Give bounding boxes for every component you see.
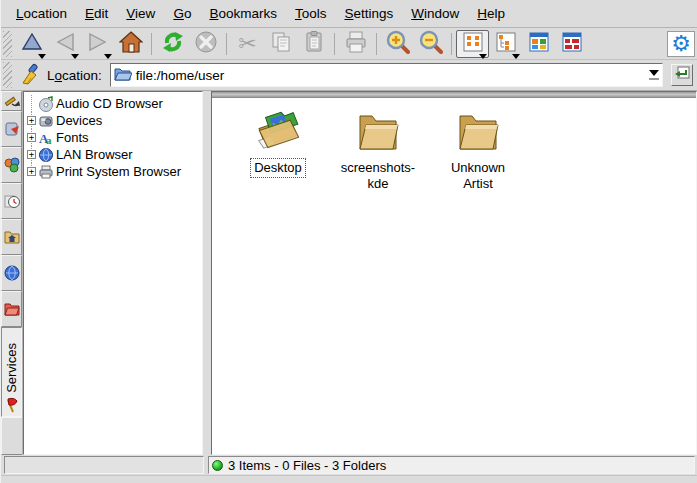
location-toolbar-drag-handle[interactable]	[3, 62, 12, 88]
file-label-screenshots-kde[interactable]: screenshots-kde	[335, 158, 421, 195]
zoom-in-button[interactable]	[381, 30, 414, 58]
toolbar-separator	[451, 33, 452, 55]
location-combobox[interactable]: file:/home/user	[110, 63, 663, 87]
sidebar-tab-network[interactable]	[1, 255, 22, 291]
tree-item-fonts[interactable]: + A a Fonts	[26, 129, 202, 146]
tree-item-print-system-browser[interactable]: + Print System Browser	[26, 163, 202, 180]
view-status-segment: 3 Items - 0 Files - 3 Folders	[208, 456, 695, 474]
status-text: 3 Items - 0 Files - 3 Folders	[228, 458, 386, 473]
menu-go[interactable]: Go	[164, 2, 200, 25]
combo-arrow-underline	[649, 78, 659, 80]
zoom-out-icon	[419, 30, 443, 57]
location-dropdown-button[interactable]	[646, 64, 662, 86]
zoom-out-button[interactable]	[414, 30, 447, 58]
services-flag-icon	[4, 397, 20, 413]
back-dropdown-arrow-icon[interactable]	[71, 54, 79, 59]
bookmarks-icon	[4, 121, 20, 137]
configure-sidebar-button[interactable]	[1, 91, 22, 111]
location-toolbar: Location: file:/home/user	[1, 60, 697, 91]
tree-item-label: LAN Browser	[56, 147, 133, 162]
main-toolbar: ✂	[1, 28, 697, 60]
cut-icon: ✂	[238, 33, 256, 55]
menu-edit[interactable]: Edit	[76, 2, 117, 25]
multicolumn-view-button[interactable]	[522, 30, 555, 58]
toolbar-separator	[334, 33, 335, 55]
icon-view-dropdown-arrow-icon[interactable]	[479, 54, 487, 59]
open-folder-icon	[114, 66, 132, 84]
root-folder-icon	[4, 301, 20, 317]
services-tab-label: Services	[4, 343, 19, 393]
device-icon	[38, 113, 54, 129]
text-view-icon	[561, 31, 583, 56]
audio-cd-icon	[38, 96, 54, 112]
tree-item-lan-browser[interactable]: + LAN Browser	[26, 146, 202, 163]
reload-button[interactable]	[156, 30, 189, 58]
clear-location-broom-icon[interactable]	[19, 63, 41, 88]
menu-settings[interactable]: Settings	[335, 2, 402, 25]
copy-button[interactable]	[264, 30, 297, 58]
up-button[interactable]	[15, 30, 48, 58]
panel-splitter[interactable]	[203, 91, 211, 455]
menu-view[interactable]: View	[117, 2, 164, 25]
icon-view-button[interactable]	[456, 30, 489, 58]
file-item-desktop[interactable]: Desktop	[228, 108, 328, 178]
back-button[interactable]	[48, 30, 81, 58]
history-clock-icon	[4, 193, 20, 209]
sidebar-tab-devices[interactable]	[1, 147, 22, 183]
menu-window[interactable]: Window	[402, 2, 468, 25]
globe-icon	[38, 147, 54, 163]
tree-item-label: Audio CD Browser	[56, 96, 163, 111]
sidebar-tab-root[interactable]	[1, 291, 22, 327]
lan-expander[interactable]: +	[27, 150, 36, 159]
tree-item-audio-cd-browser[interactable]: Audio CD Browser	[26, 95, 202, 112]
cut-button[interactable]: ✂	[231, 30, 264, 58]
go-enter-icon	[674, 66, 690, 85]
devices-expander[interactable]: +	[27, 116, 36, 125]
file-item-screenshots-kde[interactable]: screenshots-kde	[328, 108, 428, 195]
konqueror-window: Location Edit View Go Bookmarks Tools Se…	[0, 0, 697, 483]
sidebar-tab-bookmarks[interactable]	[1, 111, 22, 147]
location-input[interactable]: file:/home/user	[132, 68, 646, 83]
icon-view-icon	[462, 31, 484, 56]
sidebar-tab-home[interactable]	[1, 219, 22, 255]
fonts-expander[interactable]: +	[27, 133, 36, 142]
file-label-desktop[interactable]: Desktop	[250, 158, 306, 178]
sidebar-tab-services[interactable]: Services	[1, 327, 22, 417]
file-item-unknown-artist[interactable]: Unknown Artist	[428, 108, 528, 195]
konqueror-logo-button[interactable]: ⚙	[667, 31, 695, 57]
tree-view-button[interactable]	[489, 30, 522, 58]
toolbar-drag-handle[interactable]	[3, 31, 12, 57]
menu-help[interactable]: Help	[468, 2, 514, 25]
print-expander[interactable]: +	[27, 167, 36, 176]
forward-dropdown-arrow-icon[interactable]	[104, 54, 112, 59]
home-button[interactable]	[114, 30, 147, 58]
location-label: Location:	[47, 68, 102, 83]
tree-item-label: Print System Browser	[56, 164, 181, 179]
print-button[interactable]	[339, 30, 372, 58]
print-icon	[344, 30, 368, 57]
text-view-button[interactable]	[555, 30, 588, 58]
icon-view-area[interactable]: Desktop screenshots-kde	[212, 98, 696, 454]
sidebar-tabbar: Services	[1, 91, 23, 455]
menu-location[interactable]: Location	[7, 2, 76, 25]
tree-item-devices[interactable]: + Devices	[26, 112, 202, 129]
menu-tools[interactable]: Tools	[286, 2, 336, 25]
go-button[interactable]	[671, 64, 693, 86]
sidebar-status-segment	[4, 456, 204, 474]
toolbar-separator	[376, 33, 377, 55]
forward-button[interactable]	[81, 30, 114, 58]
content-area: Services Audio CD Browser	[1, 91, 697, 455]
toolbar-separator	[151, 33, 152, 55]
paste-button[interactable]	[297, 30, 330, 58]
up-dropdown-arrow-icon[interactable]	[38, 54, 46, 59]
copy-icon	[269, 30, 293, 57]
combo-arrow-icon	[649, 70, 659, 76]
tree-view-dropdown-arrow-icon[interactable]	[512, 54, 520, 59]
svg-text:a: a	[46, 134, 52, 146]
configure-sidebar-icon	[4, 94, 20, 108]
tree-item-label: Fonts	[56, 130, 89, 145]
stop-button[interactable]	[189, 30, 222, 58]
menu-bookmarks[interactable]: Bookmarks	[200, 2, 286, 25]
sidebar-tab-history[interactable]	[1, 183, 22, 219]
file-label-unknown-artist[interactable]: Unknown Artist	[435, 158, 521, 195]
